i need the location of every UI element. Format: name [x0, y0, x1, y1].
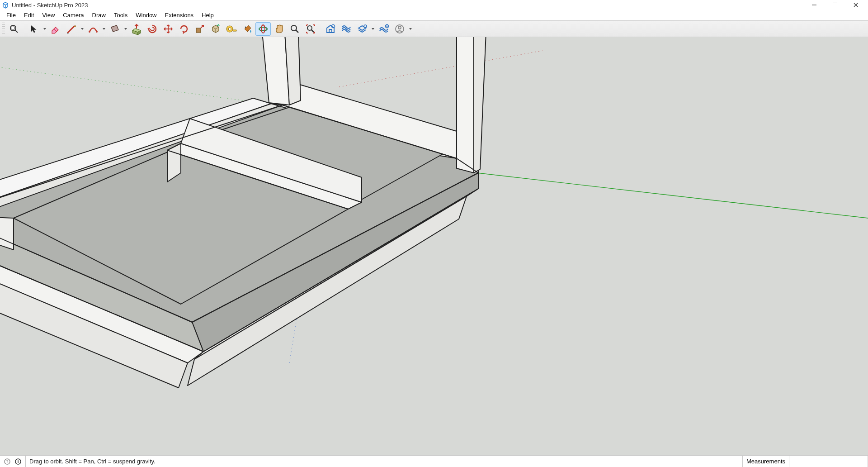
scale-tool-button[interactable]	[192, 22, 208, 36]
menu-edit[interactable]: Edit	[20, 11, 38, 19]
menu-help[interactable]: Help	[198, 11, 217, 19]
svg-point-3	[89, 31, 90, 33]
select-dropdown[interactable]	[42, 22, 47, 36]
move-tool-button[interactable]	[160, 22, 176, 36]
menu-window[interactable]: Window	[132, 11, 160, 19]
svg-text:?: ?	[6, 459, 8, 464]
window-title: Untitled - SketchUp Pro 2023	[12, 2, 88, 9]
svg-point-6	[228, 28, 231, 30]
line-dropdown[interactable]	[80, 22, 85, 36]
app-icon	[2, 1, 9, 9]
eraser-tool-button[interactable]	[48, 22, 63, 36]
offset-tool-button[interactable]	[145, 22, 160, 36]
3d-warehouse-button[interactable]	[323, 22, 338, 36]
menu-view[interactable]: View	[38, 11, 58, 19]
toolbar-grip[interactable]	[2, 23, 5, 35]
user-account-button[interactable]	[392, 22, 407, 36]
svg-point-8	[261, 25, 265, 33]
select-tool-button[interactable]	[26, 22, 42, 36]
menu-draw[interactable]: Draw	[89, 11, 109, 19]
menu-bar: File Edit View Camera Draw Tools Window …	[0, 10, 868, 21]
svg-point-7	[259, 27, 267, 31]
rotate-tool-button[interactable]	[176, 22, 192, 36]
layout-button[interactable]	[354, 22, 370, 36]
zoom-extents-tool-button[interactable]	[303, 22, 318, 36]
svg-point-2	[12, 27, 14, 29]
svg-marker-39	[0, 216, 14, 250]
shapes-dropdown[interactable]	[123, 22, 128, 36]
paint-bucket-tool-button[interactable]	[240, 22, 255, 36]
svg-rect-57	[18, 460, 19, 461]
svg-rect-56	[18, 461, 19, 463]
arc-dropdown[interactable]	[101, 22, 107, 36]
help-icon[interactable]: ?	[4, 458, 11, 465]
window-maximize-button[interactable]	[825, 0, 845, 10]
svg-point-4	[96, 31, 98, 33]
main-toolbar	[0, 21, 868, 37]
measurements-label: Measurements	[742, 456, 789, 467]
layout-dropdown[interactable]	[370, 22, 376, 36]
svg-rect-0	[833, 3, 837, 7]
pan-tool-button[interactable]	[271, 22, 287, 36]
svg-point-15	[398, 26, 401, 29]
menu-extensions[interactable]: Extensions	[161, 11, 198, 19]
info-icon[interactable]	[14, 458, 22, 465]
menu-camera[interactable]: Camera	[59, 11, 87, 19]
menu-tools[interactable]: Tools	[110, 11, 131, 19]
rectangle-tool-button[interactable]	[107, 22, 123, 36]
3d-viewport[interactable]	[0, 37, 868, 455]
orbit-tool-button[interactable]	[255, 22, 271, 36]
tape-measure-tool-button[interactable]	[224, 22, 239, 36]
svg-point-9	[291, 25, 297, 31]
search-tool-button[interactable]	[6, 22, 22, 36]
window-minimize-button[interactable]	[804, 0, 825, 10]
arc-tool-button[interactable]	[85, 22, 101, 36]
line-tool-button[interactable]	[64, 22, 79, 36]
svg-marker-43	[457, 37, 474, 173]
menu-file[interactable]: File	[3, 11, 19, 19]
user-dropdown[interactable]	[408, 22, 413, 36]
zoom-tool-button[interactable]	[287, 22, 302, 36]
extension-manager-button[interactable]	[376, 22, 392, 36]
make-component-button[interactable]	[208, 22, 223, 36]
title-bar: Untitled - SketchUp Pro 2023	[0, 0, 868, 10]
svg-point-12	[364, 25, 367, 28]
pushpull-tool-button[interactable]	[129, 22, 144, 36]
status-bar: ? Drag to orbit. Shift = Pan, Ctrl = sus…	[0, 455, 868, 467]
measurements-input[interactable]	[789, 456, 868, 467]
extension-warehouse-button[interactable]	[339, 22, 354, 36]
svg-point-10	[307, 26, 312, 30]
status-hint-text: Drag to orbit. Shift = Pan, Ctrl = suspe…	[28, 458, 156, 465]
window-close-button[interactable]	[845, 0, 866, 10]
